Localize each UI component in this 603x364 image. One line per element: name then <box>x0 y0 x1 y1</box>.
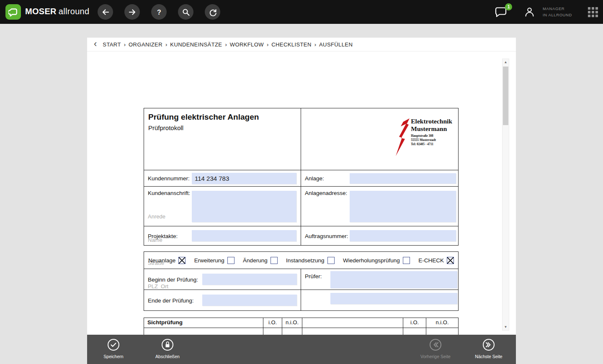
brand-name: MOSER <box>25 7 57 16</box>
breadcrumb-bar: ‹ START › ORGANIZER › KUNDENEINSÄTZE › W… <box>87 38 516 51</box>
arrow-left-icon <box>101 8 110 17</box>
checklist-form: Prüfung elektrischer Anlagen Prüfprotoko… <box>144 108 459 335</box>
beginn-label: Beginn der Prüfung: <box>148 276 198 282</box>
sichtpruefung-block: Sichtprüfung i.O. n.i.O. i.O. n.i.O. <box>144 318 459 335</box>
arrow-right-icon <box>128 8 137 17</box>
back-button[interactable] <box>98 4 113 20</box>
grid-dot <box>588 15 590 17</box>
scroll-up-icon[interactable]: ▲ <box>502 59 509 65</box>
checkbox-box[interactable] <box>327 257 335 264</box>
checkbox-box[interactable] <box>447 257 454 264</box>
checkbox-wiederholungspruefung[interactable]: Wiederholungsprüfung <box>343 257 410 264</box>
save-button[interactable]: Speichern <box>95 338 132 359</box>
io-header: i.O. <box>263 318 282 328</box>
checkbox-label: Instandsetzung <box>286 257 325 264</box>
sicht-blank-cell <box>302 318 403 328</box>
messages-button[interactable]: 1 <box>494 6 508 18</box>
anlagenadresse-input[interactable] <box>350 191 456 222</box>
breadcrumb-separator: › <box>314 41 316 48</box>
auftragsnummer-label: Auftragsnummer: <box>305 233 348 239</box>
checkbox-box[interactable] <box>271 257 278 264</box>
breadcrumb-back-icon[interactable]: ‹ <box>87 39 103 50</box>
checkbox-neuanlage[interactable]: Neuanlage <box>148 257 186 264</box>
checkbox-box[interactable] <box>178 257 186 264</box>
grid-dot <box>592 7 594 10</box>
grid-dot <box>595 11 598 13</box>
form-subtitle: Prüfprotokoll <box>144 122 301 131</box>
lock-circle-icon <box>161 338 174 351</box>
anlage-input[interactable] <box>350 173 456 184</box>
breadcrumb-separator: › <box>267 41 268 48</box>
question-mark-icon: ? <box>155 8 164 17</box>
checkbox-box[interactable] <box>227 257 234 264</box>
beginn-input[interactable] <box>202 274 297 285</box>
checkbox-erweiterung[interactable]: Erweiterung <box>194 257 234 264</box>
topbar-nav: ? <box>98 4 220 20</box>
refresh-icon <box>208 8 217 17</box>
user-role-line2: IN ALLROUND <box>543 12 572 18</box>
search-icon <box>181 8 191 17</box>
pruefer-label: Prüfer: <box>305 273 322 279</box>
form-pruefung-block: Neuanlage Erweiterung Änderung Instandse… <box>144 251 459 311</box>
vendor-name-line1: Elektrotechnik <box>411 118 452 125</box>
kundenanschrift-input[interactable] <box>192 191 296 222</box>
previous-page-button[interactable]: Vorherige Seite <box>417 338 454 359</box>
grid-dot <box>595 7 598 10</box>
search-button[interactable] <box>178 4 193 20</box>
user-role-line1: MANAGER <box>543 6 572 12</box>
forward-button[interactable] <box>124 4 140 20</box>
kundennummer-label: Kundennummer: <box>148 175 190 182</box>
checkbox-label: Neuanlage <box>148 257 175 264</box>
projektakte-input[interactable] <box>192 230 296 241</box>
document-viewport: Prüfung elektrischer Anlagen Prüfprotoko… <box>87 51 516 335</box>
checkbox-label: Erweiterung <box>194 257 224 264</box>
finish-label: Abschließen <box>149 354 186 359</box>
breadcrumb-item-kundeneinsaetze[interactable]: KUNDENEINSÄTZE <box>170 41 222 48</box>
speech-bubble-icon <box>8 7 18 17</box>
grid-dot <box>592 11 594 13</box>
refresh-button[interactable] <box>205 4 220 20</box>
pruefer-input[interactable] <box>330 271 457 288</box>
grid-dot <box>588 11 590 13</box>
scrollbar-thumb[interactable] <box>503 67 508 125</box>
double-chevron-left-icon <box>429 338 442 351</box>
grid-dot <box>588 7 590 10</box>
breadcrumb-item-checklisten[interactable]: CHECKLISTEN <box>271 41 311 48</box>
kundennummer-input[interactable]: 114 234 783 <box>192 173 296 184</box>
pruefer-input-2[interactable] <box>330 293 457 304</box>
auftragsnummer-input[interactable] <box>350 230 456 241</box>
breadcrumb-item-workflow[interactable]: WORKFLOW <box>230 41 264 48</box>
document-scrollbar[interactable]: ▲ ▼ <box>502 59 509 331</box>
apps-grid-button[interactable] <box>588 7 598 17</box>
breadcrumb-item-organizer[interactable]: ORGANIZER <box>129 41 162 48</box>
ende-input[interactable] <box>202 295 297 306</box>
app-logo-icon[interactable] <box>5 4 21 20</box>
help-button[interactable]: ? <box>151 4 167 20</box>
vendor-logo-text: Elektrotechnik Mustermann Hauptstraße 30… <box>411 118 452 158</box>
anlagenadresse-label: Anlagenadresse: <box>305 190 347 196</box>
save-label: Speichern <box>95 354 132 359</box>
user-menu-button[interactable] <box>524 6 535 18</box>
scroll-down-icon[interactable]: ▼ <box>502 324 509 330</box>
checkbox-instandsetzung[interactable]: Instandsetzung <box>286 257 335 264</box>
form-title: Prüfung elektrischer Anlagen <box>144 108 301 122</box>
topbar: MOSERallround ? <box>0 0 603 24</box>
lightning-bolt-icon <box>395 118 410 158</box>
checkbox-label: E-CHECK <box>418 257 444 264</box>
next-page-button[interactable]: Nächste Seite <box>470 338 508 359</box>
projektakte-label: Projektakte: <box>148 233 178 239</box>
svg-text:?: ? <box>157 8 161 15</box>
io-header-right: i.O. <box>403 318 426 328</box>
anlage-label: Anlage: <box>305 175 324 182</box>
sichtpruefung-title: Sichtprüfung <box>144 318 263 328</box>
finish-button[interactable]: Abschließen <box>149 338 186 359</box>
checkbox-echeck[interactable]: E-CHECK <box>418 257 454 264</box>
previous-page-label: Vorherige Seite <box>417 354 454 359</box>
breadcrumb-item-start[interactable]: START <box>103 41 121 48</box>
breadcrumb-item-ausfuellen[interactable]: AUSFÜLLEN <box>319 41 353 48</box>
checkbox-aenderung[interactable]: Änderung <box>243 257 278 264</box>
checkbox-label: Änderung <box>243 257 268 264</box>
checkbox-box[interactable] <box>403 257 410 264</box>
breadcrumb-separator: › <box>165 41 167 48</box>
breadcrumb-separator: › <box>225 41 227 48</box>
